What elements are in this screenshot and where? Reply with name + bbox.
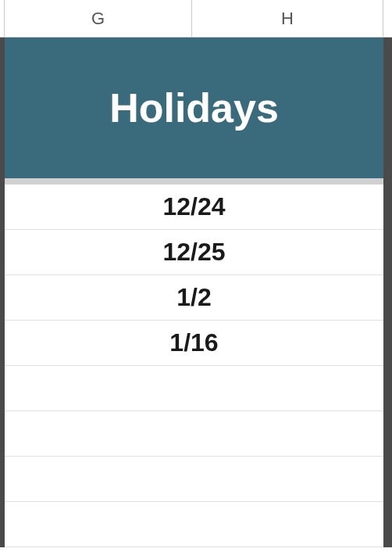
table-row[interactable]: 12/25 [5, 230, 383, 275]
frame-border-right [383, 38, 392, 547]
table-row[interactable] [5, 502, 383, 547]
column-spacer [383, 0, 392, 37]
table-row[interactable]: 1/16 [5, 321, 383, 366]
column-header-g[interactable]: G [5, 0, 192, 37]
header-merged-cell[interactable]: Holidays [5, 38, 383, 178]
column-header-h[interactable]: H [192, 0, 383, 37]
table-row[interactable] [5, 366, 383, 411]
frame-border-left [0, 38, 5, 547]
table-row[interactable] [5, 457, 383, 502]
sheet-body: Holidays 12/24 12/25 1/2 1/16 [0, 38, 392, 547]
header-title: Holidays [109, 84, 279, 131]
table-row[interactable]: 12/24 [5, 185, 383, 230]
data-rows: 12/24 12/25 1/2 1/16 [5, 185, 383, 547]
table-row[interactable] [5, 411, 383, 457]
column-header-row: G H [0, 0, 392, 38]
freeze-bar[interactable] [0, 178, 392, 185]
table-row[interactable]: 1/2 [5, 275, 383, 321]
